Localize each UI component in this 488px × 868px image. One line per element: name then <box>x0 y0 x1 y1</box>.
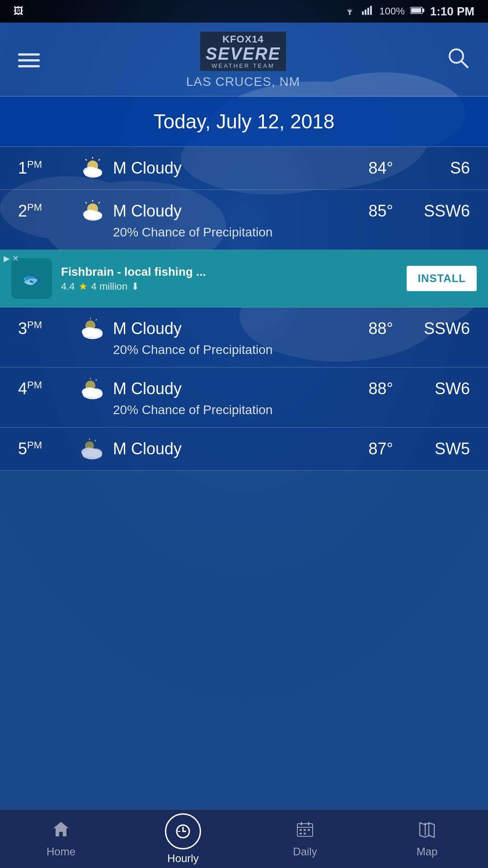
wind-4pm: SW6 <box>411 379 470 398</box>
hourly-row-4pm: 4PM M Cloudy 88° SW6 20% Chance of Preci… <box>0 368 488 428</box>
svg-line-21 <box>85 159 87 160</box>
weather-icon-5pm <box>72 438 113 460</box>
ad-downloads: 4 million <box>91 281 128 292</box>
ad-rating-value: 4.4 <box>61 281 75 292</box>
logo-weather-team: WEATHER TEAM <box>206 62 281 69</box>
daily-icon <box>296 820 314 843</box>
ad-title: Fishbrain - local fishing ... <box>61 265 398 279</box>
ad-close-label: ▶ ✕ <box>4 254 19 264</box>
hourly-row-3pm: 3PM M Cloudy 88° SSW6 20% Chance of Prec… <box>0 307 488 368</box>
condition-5pm: M Cloudy <box>113 439 348 458</box>
bottom-nav: Home Hourly Dail <box>0 809 488 868</box>
wifi-icon <box>343 5 357 18</box>
svg-point-43 <box>83 389 103 399</box>
svg-rect-3 <box>367 8 369 15</box>
time-display: 1:10 PM <box>430 5 474 19</box>
ad-star-icon: ★ <box>79 281 88 292</box>
precip-2pm: 20% Chance of Precipitation <box>18 222 470 240</box>
precip-3pm: 20% Chance of Precipitation <box>18 340 470 357</box>
svg-line-34 <box>96 319 97 321</box>
hour-1pm: 1PM <box>18 159 72 178</box>
svg-point-0 <box>349 13 351 15</box>
svg-rect-2 <box>365 9 366 15</box>
nav-daily-label: Daily <box>293 845 317 858</box>
svg-line-46 <box>95 440 96 441</box>
svg-rect-55 <box>300 829 302 831</box>
weather-icon-4pm <box>72 377 113 400</box>
wind-5pm: SW5 <box>411 439 470 458</box>
date-text: Today, July 12, 2018 <box>154 110 334 132</box>
condition-2pm: M Cloudy <box>113 202 348 221</box>
location-label: LAS CRUCES, NM <box>186 75 300 89</box>
status-icons: 100% 1:10 PM <box>343 5 474 19</box>
logo-area: KFOX14 SEVERE WEATHER TEAM LAS CRUCES, N… <box>186 32 300 89</box>
hour-2pm: 2PM <box>18 202 72 221</box>
svg-rect-7 <box>411 8 421 13</box>
condition-1pm: M Cloudy <box>113 159 348 178</box>
svg-rect-6 <box>422 9 424 12</box>
ad-rating: 4.4 ★ 4 million ⬇ <box>61 281 398 292</box>
nav-map[interactable]: Map <box>366 810 488 868</box>
battery-label: 100% <box>379 5 404 17</box>
weather-icon-1pm <box>72 157 113 179</box>
svg-point-31 <box>84 212 102 221</box>
hourly-row-1pm: 1PM M Cloudy 84° S6 <box>0 147 488 190</box>
nav-home-label: Home <box>47 845 75 858</box>
temp-2pm: 85° <box>348 202 393 221</box>
status-bar: 🖼 100% 1:10 PM <box>0 0 488 23</box>
hourly-row-2pm: 2PM M Cloudy 85° SSW6 20% Cha <box>0 190 488 250</box>
header: KFOX14 SEVERE WEATHER TEAM LAS CRUCES, N… <box>0 23 488 97</box>
hour-4pm: 4PM <box>18 379 72 398</box>
svg-point-49 <box>82 449 102 459</box>
nav-map-label: Map <box>417 845 438 858</box>
install-button[interactable]: INSTALL <box>407 266 477 291</box>
nav-home[interactable]: Home <box>0 810 122 868</box>
weather-icon-3pm <box>72 317 113 340</box>
ad-download-icon: ⬇ <box>131 281 139 292</box>
temp-3pm: 88° <box>348 319 393 338</box>
svg-line-9 <box>461 61 468 68</box>
nav-daily[interactable]: Daily <box>244 810 366 868</box>
home-icon <box>52 820 70 843</box>
svg-line-20 <box>99 159 100 160</box>
svg-point-24 <box>84 169 102 178</box>
weather-icon-2pm <box>72 200 113 222</box>
wind-3pm: SSW6 <box>411 319 470 338</box>
svg-rect-57 <box>308 829 310 831</box>
logo-kfox: KFOX14 <box>222 33 264 45</box>
temp-4pm: 88° <box>348 379 393 398</box>
nav-hourly-label: Hourly <box>167 852 198 865</box>
svg-rect-1 <box>362 11 364 15</box>
condition-3pm: M Cloudy <box>113 319 348 338</box>
svg-rect-56 <box>304 829 306 831</box>
svg-rect-59 <box>304 833 306 835</box>
wind-2pm: SSW6 <box>411 202 470 221</box>
hour-3pm: 3PM <box>18 319 72 338</box>
ad-text-area: Fishbrain - local fishing ... 4.4 ★ 4 mi… <box>61 265 398 292</box>
svg-line-28 <box>85 202 87 203</box>
search-button[interactable] <box>446 46 470 75</box>
hourly-row-5pm: 5PM M Cloudy 87° SW5 <box>0 428 488 471</box>
svg-rect-58 <box>300 833 302 835</box>
logo-badge: KFOX14 SEVERE WEATHER TEAM <box>200 32 286 71</box>
svg-line-27 <box>99 202 100 203</box>
ad-banner: ▶ ✕ 🐟 Fishbrain - local fishing ... 4.4 … <box>0 250 488 307</box>
map-icon <box>416 820 438 843</box>
signal-icon <box>362 5 374 18</box>
hourly-list: 1PM M Cloudy 84° S6 <box>0 147 488 471</box>
ad-app-icon: 🐟 <box>11 258 52 299</box>
date-banner: Today, July 12, 2018 <box>0 97 488 147</box>
svg-line-40 <box>96 379 97 381</box>
battery-icon <box>410 5 425 17</box>
notification-icon: 🖼 <box>14 5 23 17</box>
menu-button[interactable] <box>18 53 40 67</box>
hour-5pm: 5PM <box>18 439 72 458</box>
logo-severe: SEVERE <box>206 45 281 62</box>
condition-4pm: M Cloudy <box>113 379 348 398</box>
nav-hourly[interactable]: Hourly <box>122 810 244 868</box>
svg-rect-4 <box>370 6 372 15</box>
svg-point-8 <box>450 49 463 63</box>
temp-5pm: 87° <box>348 439 393 458</box>
hourly-circle <box>165 813 201 849</box>
temp-1pm: 84° <box>348 159 393 178</box>
